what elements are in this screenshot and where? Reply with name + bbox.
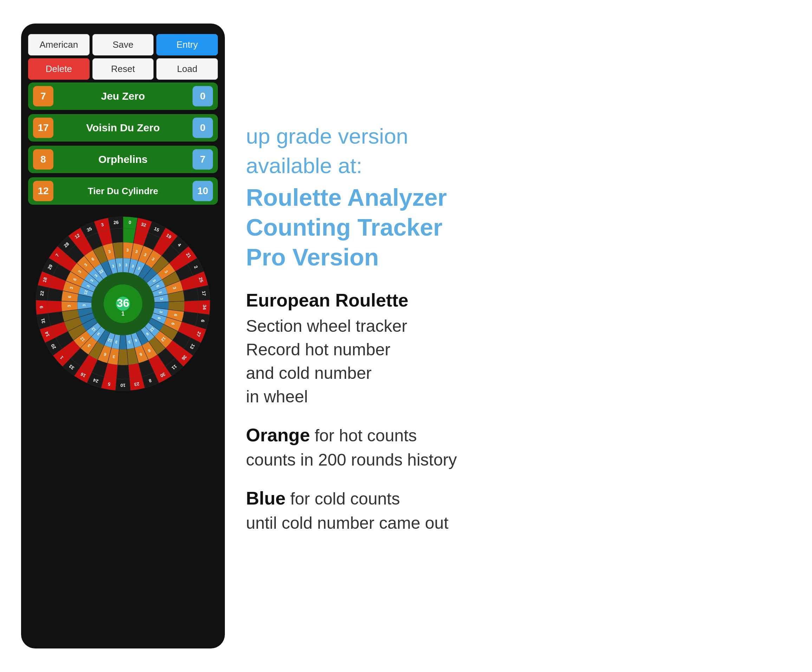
blue-section: Blue for cold countsuntil cold number ca…: [246, 486, 770, 535]
voisin-num: 17: [33, 117, 53, 138]
orphelins-num: 8: [33, 149, 53, 170]
roulette-wheel: [32, 213, 214, 395]
orphelins-label: Orphelins: [57, 153, 189, 165]
american-button[interactable]: American: [28, 34, 90, 56]
orange-body: Orange for hot countscounts in 200 round…: [246, 422, 770, 471]
european-body: Section wheel tracker Record hot number …: [246, 314, 770, 409]
european-section: European Roulette Section wheel tracker …: [246, 290, 770, 409]
blue-body: Blue for cold countsuntil cold number ca…: [246, 486, 770, 535]
orange-section: Orange for hot countscounts in 200 round…: [246, 422, 770, 471]
phone-mockup: American Save Entry Delete Reset Load 7 …: [21, 24, 225, 648]
entry-button[interactable]: Entry: [156, 34, 218, 56]
tier-label: Tier Du Cylindre: [57, 186, 189, 197]
section-jeu-zero[interactable]: 7 Jeu Zero 0: [28, 83, 218, 110]
upgrade-bold: Roulette Analyzer Counting Tracker Pro V…: [246, 182, 770, 272]
load-button[interactable]: Load: [156, 58, 218, 80]
section-voisin-du-zero[interactable]: 17 Voisin Du Zero 0: [28, 114, 218, 141]
tier-num: 12: [33, 181, 53, 201]
upgrade-line1: up grade version: [246, 123, 770, 149]
delete-button[interactable]: Delete: [28, 58, 90, 80]
reset-button[interactable]: Reset: [92, 58, 154, 80]
jeu-zero-count: 0: [193, 86, 213, 106]
toolbar-row-1: American Save Entry: [28, 34, 218, 56]
voisin-label: Voisin Du Zero: [57, 122, 189, 134]
orphelins-count: 7: [193, 149, 213, 170]
right-panel: up grade version available at: Roulette …: [225, 109, 791, 563]
jeu-zero-num: 7: [33, 86, 53, 106]
upgrade-line2: available at:: [246, 153, 770, 179]
save-button[interactable]: Save: [92, 34, 154, 56]
section-orphelins[interactable]: 8 Orphelins 7: [28, 146, 218, 173]
jeu-zero-label: Jeu Zero: [57, 90, 189, 102]
tier-count: 10: [193, 181, 213, 201]
voisin-count: 0: [193, 117, 213, 138]
european-title: European Roulette: [246, 290, 770, 311]
section-tier-du-cylindre[interactable]: 12 Tier Du Cylindre 10: [28, 177, 218, 205]
toolbar-row-2: Delete Reset Load: [28, 58, 218, 80]
